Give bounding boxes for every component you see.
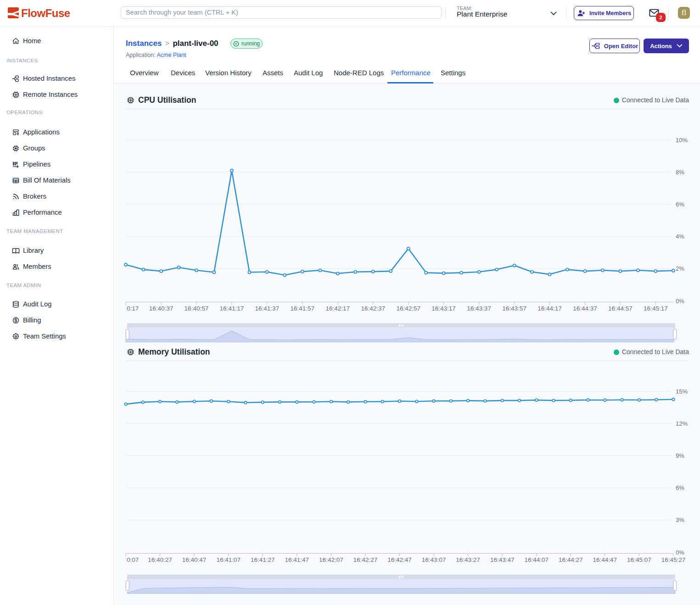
svg-text:16:42:07: 16:42:07 [319, 556, 343, 563]
svg-text:16:44:27: 16:44:27 [559, 556, 583, 563]
svg-text:6%: 6% [676, 201, 684, 208]
svg-text:9%: 9% [676, 452, 684, 459]
svg-text:16:44:37: 16:44:37 [573, 305, 597, 312]
svg-text:16:42:27: 16:42:27 [353, 556, 378, 563]
svg-text:4%: 4% [676, 233, 684, 240]
svg-text:16:43:47: 16:43:47 [490, 556, 515, 563]
svg-text:16:44:47: 16:44:47 [593, 556, 617, 563]
svg-text:16:41:57: 16:41:57 [291, 305, 315, 312]
svg-text:16:41:47: 16:41:47 [285, 556, 309, 563]
svg-text:16:42:17: 16:42:17 [326, 305, 350, 312]
svg-text:2%: 2% [676, 265, 684, 272]
svg-text:16:41:17: 16:41:17 [220, 305, 244, 312]
svg-text:16:40:47: 16:40:47 [182, 556, 207, 563]
svg-text:16:44:17: 16:44:17 [538, 305, 562, 312]
svg-text:16:44:57: 16:44:57 [608, 305, 633, 312]
svg-text:0:07: 0:07 [127, 556, 139, 563]
svg-text:16:45:27: 16:45:27 [661, 556, 686, 563]
svg-text:16:40:57: 16:40:57 [185, 305, 209, 312]
svg-text:16:45:07: 16:45:07 [627, 556, 651, 563]
svg-text:16:43:17: 16:43:17 [431, 305, 456, 312]
svg-text:16:45:17: 16:45:17 [644, 305, 668, 312]
svg-text:16:43:37: 16:43:37 [467, 305, 491, 312]
svg-text:15%: 15% [676, 388, 688, 395]
svg-text:16:43:07: 16:43:07 [422, 556, 446, 563]
svg-text:16:44:07: 16:44:07 [524, 556, 549, 563]
svg-text:0%: 0% [676, 298, 684, 305]
svg-text:16:43:27: 16:43:27 [456, 556, 480, 563]
svg-text:16:41:27: 16:41:27 [251, 556, 275, 563]
svg-text:16:41:07: 16:41:07 [216, 556, 241, 563]
svg-text:16:42:47: 16:42:47 [387, 556, 412, 563]
svg-text:16:43:57: 16:43:57 [502, 305, 526, 312]
svg-text:12%: 12% [676, 420, 688, 427]
svg-text:16:40:27: 16:40:27 [148, 556, 172, 563]
svg-text:16:42:37: 16:42:37 [361, 305, 385, 312]
svg-text:8%: 8% [676, 169, 684, 176]
svg-text:6%: 6% [676, 484, 684, 491]
svg-text:0%: 0% [676, 549, 684, 556]
svg-text:3%: 3% [676, 516, 684, 523]
svg-text:10%: 10% [676, 137, 688, 144]
svg-text:16:42:57: 16:42:57 [396, 305, 420, 312]
svg-text:0:17: 0:17 [127, 305, 139, 312]
svg-text:16:40:37: 16:40:37 [149, 305, 174, 312]
svg-text:16:41:37: 16:41:37 [255, 305, 280, 312]
